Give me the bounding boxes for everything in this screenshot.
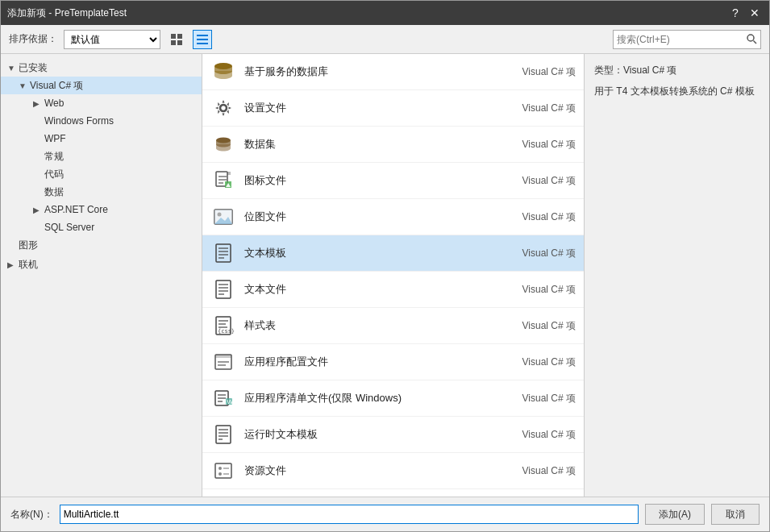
item-name: 资源文件 [244, 463, 514, 478]
installed-arrow: ▼ [7, 64, 19, 73]
sidebar-item-graphics[interactable]: 图形 [1, 236, 202, 254]
sidebar-item-web[interactable]: ▶ Web [1, 94, 202, 112]
table-row[interactable]: 资源文件 Visual C# 项 [202, 453, 584, 489]
dataset-icon [210, 131, 236, 157]
table-row[interactable]: 自定义控件(Windows 窗体) Visual C# 项 [202, 489, 584, 497]
bitmap-icon [210, 204, 236, 230]
add-button[interactable]: 添加(A) [645, 504, 705, 525]
sidebar-item-label-visual-csharp: Visual C# 项 [30, 79, 83, 93]
item-category: Visual C# 项 [522, 428, 576, 442]
item-category: Visual C# 项 [522, 283, 576, 297]
svg-rect-5 [197, 39, 208, 40]
dataset-svg [212, 133, 235, 156]
sidebar-item-sql-server[interactable]: SQL Server [1, 218, 202, 236]
table-row[interactable]: W 应用程序清单文件(仅限 Windows) Visual C# 项 [202, 380, 584, 417]
svg-rect-2 [171, 40, 176, 45]
item-category: Visual C# 项 [522, 65, 576, 79]
sidebar-item-label-graphics: 图形 [19, 239, 38, 252]
item-category: Visual C# 项 [522, 319, 576, 333]
svg-text:{css}: {css} [218, 328, 235, 335]
svg-rect-24 [216, 244, 231, 262]
main-content: ▼ 已安装 ▼ Visual C# 项 ▶ Web Windows Forms [1, 54, 769, 497]
name-input[interactable] [60, 505, 639, 524]
table-row[interactable]: 文本文件 Visual C# 项 [202, 272, 584, 308]
sidebar-item-data[interactable]: 数据 [1, 183, 202, 201]
svg-line-8 [753, 41, 756, 44]
resource-icon [210, 458, 236, 484]
svg-rect-14 [227, 172, 231, 175]
item-name: 文本文件 [244, 282, 514, 297]
help-button[interactable]: ? [727, 5, 743, 21]
table-row[interactable]: 位图文件 Visual C# 项 [202, 199, 584, 235]
view-icons-icon [170, 33, 183, 46]
sidebar-item-visual-csharp[interactable]: ▼ Visual C# 项 [1, 77, 202, 94]
cancel-button[interactable]: 取消 [711, 504, 760, 525]
search-input[interactable] [614, 31, 743, 48]
item-category: Visual C# 项 [522, 355, 576, 369]
settings-svg [212, 97, 235, 119]
list-scrollbar-area: 基于服务的数据库 Visual C# 项 [202, 54, 584, 497]
item-category: Visual C# 项 [522, 247, 576, 260]
item-list: 基于服务的数据库 Visual C# 项 [202, 54, 584, 497]
table-row[interactable]: 运行时文本模板 Visual C# 项 [202, 417, 584, 453]
sidebar-item-normal[interactable]: 常规 [1, 148, 202, 165]
svg-rect-54 [215, 463, 231, 478]
svg-rect-0 [171, 34, 176, 39]
item-name: 应用程序清单文件(仅限 Windows) [244, 391, 514, 405]
close-button[interactable]: ✕ [747, 5, 763, 21]
text-template-icon [210, 240, 236, 266]
app-config-icon [210, 349, 236, 375]
sidebar-item-label-code: 代码 [44, 168, 64, 181]
sidebar-item-label-sql-server: SQL Server [44, 222, 94, 233]
svg-rect-40 [215, 355, 231, 358]
sidebar-item-label-online: 联机 [19, 258, 38, 272]
item-category: Visual C# 项 [522, 138, 576, 152]
svg-rect-6 [197, 43, 208, 44]
table-row[interactable]: 基于服务的数据库 Visual C# 项 [202, 54, 584, 90]
stylesheet-icon: {css} [210, 313, 236, 339]
runtime-template-icon [210, 422, 236, 447]
sort-select[interactable]: 默认值名称类型 [64, 30, 160, 49]
online-arrow: ▶ [7, 260, 19, 269]
item-name: 应用程序配置文件 [244, 355, 514, 369]
info-type: 类型：Visual C# 项 [594, 64, 760, 77]
sidebar-item-wpf[interactable]: WPF [1, 130, 202, 148]
sidebar-item-online[interactable]: ▶ 联机 [1, 256, 202, 273]
sidebar-installed-header[interactable]: ▼ 已安装 [1, 59, 202, 77]
table-row[interactable]: 图标文件 Visual C# 项 [202, 163, 584, 199]
item-name: 运行时文本模板 [244, 427, 514, 442]
svg-text:W: W [227, 398, 234, 405]
sidebar-item-windows-forms[interactable]: Windows Forms [1, 112, 202, 130]
add-new-item-dialog: 添加新项 - PreTemplateTest ? ✕ 排序依据： 默认值名称类型 [0, 0, 770, 532]
visual-csharp-arrow: ▼ [19, 81, 30, 90]
toolbar: 排序依据： 默认值名称类型 [1, 25, 769, 54]
web-arrow: ▶ [33, 99, 44, 108]
table-row[interactable]: 设置文件 Visual C# 项 [202, 90, 584, 127]
sidebar-item-label-web: Web [44, 98, 64, 109]
svg-rect-49 [216, 426, 231, 443]
text-file-svg [212, 278, 235, 301]
manifest-svg: W [212, 387, 235, 409]
sidebar-item-aspnet-core[interactable]: ▶ ASP.NET Core [1, 201, 202, 218]
text-template-svg [212, 242, 235, 264]
bottom-bar: 名称(N)： 添加(A) 取消 [1, 497, 769, 531]
table-row[interactable]: 数据集 Visual C# 项 [202, 127, 584, 163]
item-category: Visual C# 项 [522, 174, 576, 188]
table-row[interactable]: 应用程序配置文件 Visual C# 项 [202, 344, 584, 380]
sidebar-item-code[interactable]: 代码 [1, 165, 202, 183]
item-name: 样式表 [244, 318, 514, 333]
svg-point-55 [219, 467, 222, 470]
item-name: 数据集 [244, 137, 514, 152]
view-icons-button[interactable] [167, 30, 186, 49]
item-name: 基于服务的数据库 [244, 64, 514, 79]
sidebar-item-label-wpf: WPF [44, 133, 66, 144]
item-category: Visual C# 项 [522, 210, 576, 224]
table-row[interactable]: {css} 样式表 Visual C# 项 [202, 308, 584, 344]
dialog-title: 添加新项 - PreTemplateTest [7, 6, 127, 20]
view-list-button[interactable] [193, 30, 212, 49]
svg-point-22 [218, 213, 222, 217]
table-row[interactable]: 文本模板 Visual C# 项 [202, 235, 584, 272]
svg-point-7 [747, 35, 754, 41]
search-button[interactable] [743, 31, 760, 48]
bitmap-svg [212, 206, 235, 228]
